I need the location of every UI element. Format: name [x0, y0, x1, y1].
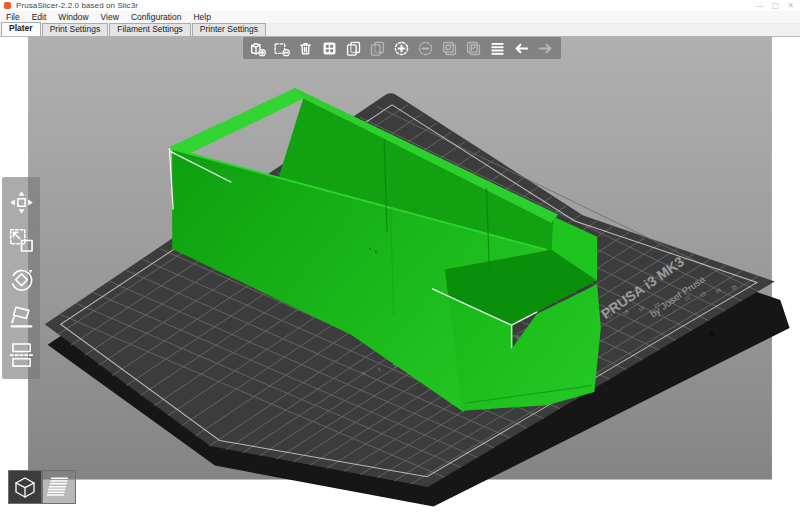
- split-parts-button: [461, 38, 485, 58]
- layers-button[interactable]: [485, 38, 509, 58]
- window-title: PrusaSlicer-2.2.0 based on Slic3r: [16, 1, 138, 10]
- flatten-tool-button[interactable]: [5, 299, 37, 333]
- remove-icon: [273, 40, 290, 57]
- left-toolbar: [2, 177, 40, 379]
- menu-item-view[interactable]: View: [95, 12, 125, 22]
- model-detail-dot: [375, 251, 377, 253]
- preview-view-button[interactable]: [42, 470, 76, 504]
- split-parts-icon: [465, 40, 482, 57]
- add-icon: [249, 40, 266, 57]
- scale-tool-button[interactable]: [5, 223, 37, 257]
- menu-item-file[interactable]: File: [0, 12, 26, 22]
- window-controls: — ▢ ✕: [756, 0, 794, 11]
- split-objects-button: [437, 38, 461, 58]
- copy-button[interactable]: [341, 38, 365, 58]
- copy-icon: [345, 40, 362, 57]
- add-button[interactable]: [245, 38, 269, 58]
- split-objects-icon: [441, 40, 458, 57]
- arrange-button[interactable]: [317, 38, 341, 58]
- delete-all-button[interactable]: [293, 38, 317, 58]
- layers-icon: [489, 40, 506, 57]
- tab-filament-settings[interactable]: Filament Settings: [109, 23, 191, 36]
- tab-print-settings[interactable]: Print Settings: [42, 23, 109, 36]
- cut-icon: [8, 341, 35, 368]
- add-instance-icon: [393, 40, 410, 57]
- add-instance-button[interactable]: [389, 38, 413, 58]
- maximize-button[interactable]: ▢: [772, 0, 780, 11]
- model-detail-dot: [369, 248, 371, 250]
- app-icon: [4, 2, 11, 9]
- flatten-icon: [8, 303, 35, 330]
- rotate-icon: [8, 265, 35, 292]
- preview-view-icon: [45, 473, 73, 501]
- minimize-button[interactable]: —: [756, 0, 764, 11]
- scale-icon: [8, 227, 35, 254]
- remove-instance-button: [413, 38, 437, 58]
- top-toolbar: [243, 37, 561, 59]
- prusaslicer-window: PrusaSlicer-2.2.0 based on Slic3r — ▢ ✕ …: [0, 0, 800, 513]
- menu-item-help[interactable]: Help: [187, 12, 216, 22]
- close-button[interactable]: ✕: [787, 0, 794, 11]
- tab-plater[interactable]: Plater: [1, 22, 41, 36]
- cut-tool-button[interactable]: [5, 337, 37, 371]
- paste-icon: [369, 40, 386, 57]
- remove-button[interactable]: [269, 38, 293, 58]
- move-icon: [8, 189, 35, 216]
- menu-item-window[interactable]: Window: [52, 12, 94, 22]
- arrange-icon: [321, 40, 338, 57]
- editor-view-icon: [11, 473, 39, 501]
- redo-button: [533, 38, 557, 58]
- move-tool-button[interactable]: [5, 185, 37, 219]
- 3d-viewport[interactable]: 1234567891011121314151617181920212223242…: [0, 36, 800, 513]
- view-switch-buttons: [8, 470, 76, 504]
- editor-view-button[interactable]: [8, 470, 42, 504]
- rotate-tool-button[interactable]: [5, 261, 37, 295]
- redo-icon: [537, 40, 554, 57]
- undo-button[interactable]: [509, 38, 533, 58]
- paste-button: [365, 38, 389, 58]
- menu-item-edit[interactable]: Edit: [26, 12, 53, 22]
- titlebar: PrusaSlicer-2.2.0 based on Slic3r — ▢ ✕: [0, 0, 800, 11]
- delete-all-icon: [297, 40, 314, 57]
- remove-instance-icon: [417, 40, 434, 57]
- menu-item-configuration[interactable]: Configuration: [125, 12, 188, 22]
- tab-printer-settings[interactable]: Printer Settings: [192, 23, 266, 36]
- undo-icon: [513, 40, 530, 57]
